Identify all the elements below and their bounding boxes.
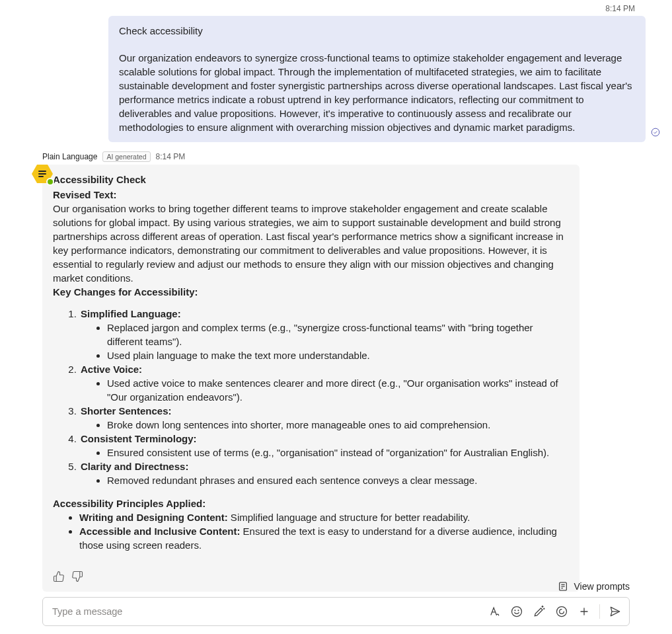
svg-point-6 (515, 610, 515, 611)
ai-rewrite-button[interactable] (529, 602, 549, 621)
change-item: Consistent Terminology:Ensured consisten… (79, 432, 569, 459)
emoji-button[interactable] (507, 602, 527, 621)
message-input[interactable] (52, 606, 484, 617)
svg-point-5 (512, 607, 522, 617)
actions-button[interactable] (574, 602, 594, 621)
change-item-bullets: Used active voice to make sentences clea… (107, 376, 569, 404)
principle-text: Simplified language and structure for be… (228, 512, 470, 523)
principle-title: Writing and Designing Content: (79, 512, 228, 523)
svg-point-0 (652, 129, 659, 137)
bot-message-bubble: Accessibility Check Revised Text: Our or… (42, 165, 579, 592)
send-button[interactable] (605, 602, 625, 621)
status-available-icon (46, 178, 54, 186)
principle-item: Accessible and Inclusive Content: Ensure… (79, 524, 569, 552)
user-message-bubble: Check accessibility Our organization end… (108, 16, 646, 142)
change-item-bullets: Replaced jargon and complex terms (e.g.,… (107, 321, 569, 362)
bot-name: Plain Language (42, 152, 97, 161)
change-item-bullets: Broke down long sentences into shorter, … (107, 418, 569, 432)
bot-message-timestamp: 8:14 PM (156, 152, 186, 161)
key-changes-label: Key Changes for Accessibility: (53, 285, 569, 299)
change-item: Clarity and Directness:Removed redundant… (79, 459, 569, 487)
compose-box (42, 597, 630, 626)
svg-point-7 (518, 610, 519, 611)
change-item-bullets: Removed redundant phrases and ensured ea… (107, 473, 569, 487)
change-item-title: Clarity and Directness: (81, 461, 188, 472)
change-item: Shorter Sentences:Broke down long senten… (79, 404, 569, 432)
revised-text-body: Our organisation works to bring together… (53, 202, 569, 285)
key-changes-list: Simplified Language:Replaced jargon and … (79, 307, 569, 487)
user-message-title: Check accessibility (119, 24, 635, 38)
format-button[interactable] (484, 602, 504, 621)
change-item-bullets: Ensured consistent use of terms (e.g., "… (107, 446, 569, 459)
change-bullet: Used plain language to make the text mor… (107, 348, 569, 362)
change-item-title: Active Voice: (81, 364, 142, 375)
change-item-title: Shorter Sentences: (81, 405, 172, 416)
change-bullet: Used active voice to make sentences clea… (107, 376, 569, 404)
bot-message-header: Plain Language AI generated 8:14 PM (42, 151, 646, 162)
svg-point-8 (557, 607, 567, 617)
accessibility-check-title: Accessibility Check (53, 173, 569, 186)
view-prompts-label: View prompts (574, 581, 630, 592)
revised-text-label: Revised Text: (53, 188, 569, 202)
principle-item: Writing and Designing Content: Simplifie… (79, 510, 569, 524)
change-bullet: Replaced jargon and complex terms (e.g.,… (107, 321, 569, 348)
change-item-title: Simplified Language: (81, 308, 181, 319)
bot-avatar (32, 163, 53, 184)
read-receipt-icon (651, 128, 660, 141)
principles-label: Accessibility Principles Applied: (53, 496, 569, 510)
user-message-body: Our organization endeavors to synergize … (119, 51, 635, 134)
change-item: Active Voice:Used active voice to make s… (79, 362, 569, 404)
prompts-icon (558, 581, 568, 592)
compose-divider (599, 604, 600, 619)
principle-title: Accessible and Inclusive Content: (79, 526, 240, 537)
loop-button[interactable] (552, 602, 572, 621)
principles-list: Writing and Designing Content: Simplifie… (79, 510, 569, 552)
change-bullet: Broke down long sentences into shorter, … (107, 418, 569, 432)
change-item-title: Consistent Terminology: (81, 433, 197, 444)
change-bullet: Ensured consistent use of terms (e.g., "… (107, 446, 569, 459)
user-message-timestamp: 8:14 PM (16, 0, 646, 13)
change-item: Simplified Language:Replaced jargon and … (79, 307, 569, 362)
change-bullet: Removed redundant phrases and ensured ea… (107, 473, 569, 487)
view-prompts-button[interactable]: View prompts (42, 581, 630, 592)
ai-generated-badge: AI generated (102, 151, 150, 162)
